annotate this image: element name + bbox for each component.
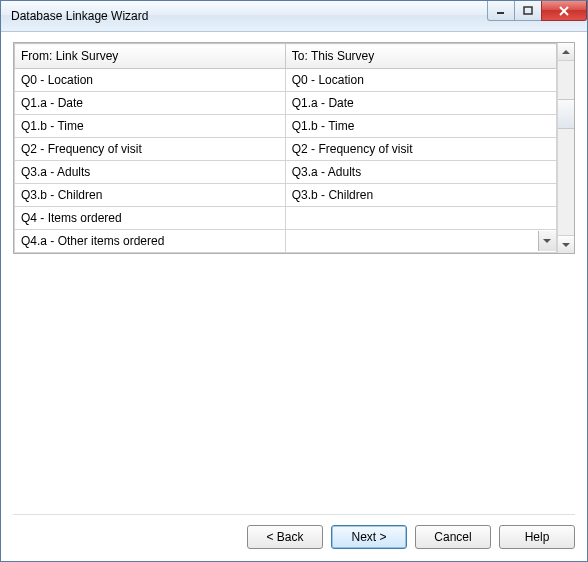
- table-row[interactable]: Q3.a - Adults Q3.a - Adults: [15, 161, 557, 184]
- cell-from[interactable]: Q1.b - Time: [15, 115, 286, 138]
- dropdown-button[interactable]: [538, 231, 556, 251]
- help-button[interactable]: Help: [499, 525, 575, 549]
- cell-to[interactable]: Q1.a - Date: [285, 92, 556, 115]
- client-area: From: Link Survey To: This Survey Q0 - L…: [1, 32, 587, 561]
- cell-from[interactable]: Q4.a - Other items ordered: [15, 230, 286, 253]
- table-row[interactable]: Q4.a - Other items ordered: [15, 230, 557, 253]
- cancel-button[interactable]: Cancel: [415, 525, 491, 549]
- window: Database Linkage Wizard From:: [0, 0, 588, 562]
- cell-from[interactable]: Q3.b - Children: [15, 184, 286, 207]
- cell-from[interactable]: Q1.a - Date: [15, 92, 286, 115]
- cell-to[interactable]: Q3.b - Children: [285, 184, 556, 207]
- table-header-row: From: Link Survey To: This Survey: [15, 44, 557, 69]
- mapping-table: From: Link Survey To: This Survey Q0 - L…: [14, 43, 557, 253]
- cell-to-dropdown[interactable]: [285, 230, 556, 253]
- next-button[interactable]: Next >: [331, 525, 407, 549]
- chevron-up-icon: [562, 50, 570, 54]
- table-row[interactable]: Q3.b - Children Q3.b - Children: [15, 184, 557, 207]
- col-header-from[interactable]: From: Link Survey: [15, 44, 286, 69]
- cell-to[interactable]: Q3.a - Adults: [285, 161, 556, 184]
- close-button[interactable]: [541, 1, 587, 21]
- scroll-thumb[interactable]: [558, 99, 574, 129]
- dropdown-value: [286, 232, 538, 250]
- cell-from[interactable]: Q4 - Items ordered: [15, 207, 286, 230]
- chevron-down-icon: [562, 243, 570, 247]
- cell-to[interactable]: Q0 - Location: [285, 69, 556, 92]
- cell-to[interactable]: Q1.b - Time: [285, 115, 556, 138]
- table-row[interactable]: Q0 - Location Q0 - Location: [15, 69, 557, 92]
- chevron-down-icon: [543, 239, 551, 243]
- wizard-button-bar: < Back Next > Cancel Help: [13, 514, 575, 549]
- close-icon: [558, 6, 570, 16]
- maximize-icon: [523, 6, 533, 16]
- minimize-icon: [496, 6, 506, 16]
- col-header-to[interactable]: To: This Survey: [285, 44, 556, 69]
- window-controls: [488, 1, 587, 21]
- cell-from[interactable]: Q0 - Location: [15, 69, 286, 92]
- back-button[interactable]: < Back: [247, 525, 323, 549]
- scroll-down-button[interactable]: [558, 235, 574, 253]
- scroll-up-button[interactable]: [558, 43, 574, 61]
- cell-from[interactable]: Q3.a - Adults: [15, 161, 286, 184]
- table-row[interactable]: Q2 - Frequency of visit Q2 - Frequency o…: [15, 138, 557, 161]
- minimize-button[interactable]: [487, 1, 515, 21]
- table-row[interactable]: Q1.b - Time Q1.b - Time: [15, 115, 557, 138]
- svg-rect-1: [524, 7, 532, 14]
- vertical-scrollbar[interactable]: [557, 43, 574, 253]
- mapping-table-wrap: From: Link Survey To: This Survey Q0 - L…: [13, 42, 575, 254]
- titlebar: Database Linkage Wizard: [1, 1, 587, 32]
- cell-to[interactable]: [285, 207, 556, 230]
- window-title: Database Linkage Wizard: [1, 9, 148, 23]
- cell-to[interactable]: Q2 - Frequency of visit: [285, 138, 556, 161]
- table-row[interactable]: Q4 - Items ordered: [15, 207, 557, 230]
- maximize-button[interactable]: [514, 1, 542, 21]
- table-row[interactable]: Q1.a - Date Q1.a - Date: [15, 92, 557, 115]
- cell-from[interactable]: Q2 - Frequency of visit: [15, 138, 286, 161]
